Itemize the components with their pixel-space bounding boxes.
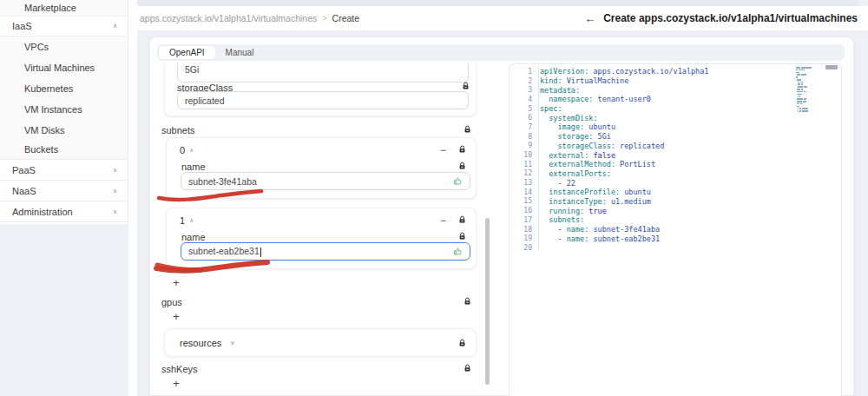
- sidebar-item-kubernetes[interactable]: Kubernetes: [0, 78, 128, 99]
- subnet-item-1-card: 1 ∧ − name subnet-eab2be31: [166, 208, 477, 269]
- minimap-line: [796, 69, 825, 71]
- lock-icon[interactable]: [458, 162, 466, 170]
- subnet-1-name-input[interactable]: subnet-eab2be31: [181, 242, 470, 261]
- item-index: 1: [180, 215, 185, 226]
- form-scroll-area: 5Gi storageClass replicated subnets: [157, 63, 484, 396]
- create-header: ← Create apps.cozystack.io/v1alpha1/virt…: [584, 12, 858, 25]
- system-disk-card: 5Gi storageClass replicated: [164, 63, 477, 116]
- code-line: 11 externalMethod: PortList: [510, 160, 708, 169]
- lock-icon[interactable]: [458, 232, 466, 241]
- form-scrollbar-thumb[interactable]: [485, 218, 490, 385]
- collapse-caret-icon: ∧: [189, 147, 194, 154]
- sidebar-item-label: VM Disks: [24, 125, 64, 135]
- code-line: 7 image: ubuntu: [510, 122, 708, 132]
- sidebar-item-label: Kubernetes: [24, 83, 73, 94]
- expand-caret-icon: ∨: [230, 340, 234, 346]
- chevron-up-icon: ∧: [113, 23, 117, 30]
- subnet-0-name-input[interactable]: subnet-3fe41aba: [181, 172, 470, 190]
- breadcrumb-current: Create: [332, 13, 360, 23]
- code-line: 5spec:: [510, 104, 708, 114]
- minimap-line: [797, 89, 825, 90]
- add-subnet-button[interactable]: +: [173, 277, 180, 289]
- sidebar-item-virtual-machines[interactable]: Virtual Machines: [0, 57, 128, 78]
- breadcrumb: apps.cozystack.io/v1alpha1/virtualmachin…: [140, 13, 359, 23]
- sidebar-item-vm-instances[interactable]: VM Instances: [0, 99, 128, 120]
- sidebar-item-buckets[interactable]: Buckets: [0, 140, 128, 160]
- sidebar-item-vm-disks[interactable]: VM Disks: [0, 120, 128, 140]
- code-line: 10 external: false: [510, 150, 708, 160]
- sidebar-item-label: Marketplace: [24, 3, 76, 13]
- sshkeys-label: sshKeys: [161, 364, 198, 374]
- code-line: 3metadata:: [510, 85, 708, 95]
- sidebar-item-label: VPCs: [24, 42, 49, 52]
- sidebar: Marketplace IaaS ∧ VPCs Virtual Machines…: [0, 0, 128, 224]
- item-index: 0: [180, 145, 185, 155]
- minimap-line: [797, 103, 825, 105]
- gpus-label: gpus: [161, 297, 182, 307]
- page-header: apps.cozystack.io/v1alpha1/virtualmachin…: [137, 6, 868, 30]
- minimap-line: [798, 110, 825, 112]
- minimap-line: [797, 91, 825, 93]
- resources-card[interactable]: resources ∨: [164, 328, 477, 357]
- minimap-line: [798, 108, 825, 109]
- code-line: 20: [510, 243, 708, 253]
- remove-item-button[interactable]: −: [440, 145, 446, 155]
- storage-class-input[interactable]: replicated: [177, 91, 469, 109]
- code-line: 4 namespace: tenant-user0: [510, 95, 708, 104]
- sidebar-item-administration[interactable]: Administration ∨: [0, 201, 128, 222]
- sidebar-item-label: Buckets: [24, 144, 58, 155]
- resources-header[interactable]: resources ∨: [180, 338, 234, 348]
- sidebar-item-label: PaaS: [12, 165, 36, 175]
- thumbs-up-icon[interactable]: [453, 176, 463, 186]
- lock-icon[interactable]: [458, 215, 466, 224]
- sidebar-item-label: NaaS: [12, 186, 36, 196]
- subnet-item-1-header[interactable]: 1 ∧: [180, 215, 194, 226]
- lock-icon[interactable]: [462, 82, 470, 90]
- minimap-line: [797, 74, 825, 76]
- lock-icon[interactable]: [464, 297, 471, 306]
- sidebar-item-vpcs[interactable]: VPCs: [0, 36, 128, 57]
- chevron-down-icon: ∨: [113, 167, 117, 174]
- tab-openapi[interactable]: OpenAPI: [159, 46, 215, 59]
- subnet-item-0-card: 0 ∧ − name subnet-3fe41aba: [166, 137, 477, 199]
- sidebar-item-iaas[interactable]: IaaS ∧: [0, 16, 128, 36]
- sidebar-item-label: VM Instances: [24, 104, 82, 115]
- breadcrumb-separator: >: [322, 14, 326, 23]
- minimap-line: [797, 79, 825, 81]
- sidebar-item-paas[interactable]: PaaS ∨: [0, 160, 128, 181]
- remove-item-button[interactable]: −: [440, 215, 446, 226]
- minimap-line: [798, 82, 825, 83]
- code-lines: 1apiVersion: apps.cozystack.io/v1alpha12…: [510, 67, 708, 253]
- minimap-line: [798, 96, 825, 97]
- minimap-line: [796, 113, 825, 115]
- sidebar-item-label: IaaS: [12, 21, 32, 31]
- add-sshkey-button[interactable]: +: [173, 378, 180, 390]
- lock-icon[interactable]: [458, 145, 466, 154]
- thumbs-up-icon[interactable]: [453, 247, 463, 256]
- tab-manual[interactable]: Manual: [215, 46, 265, 59]
- code-line: 6 systemDisk:: [510, 113, 708, 122]
- breadcrumb-path-link[interactable]: apps.cozystack.io/v1alpha1/virtualmachin…: [140, 13, 317, 23]
- storage-input[interactable]: 5Gi: [177, 63, 469, 82]
- minimap-line: [796, 72, 825, 74]
- back-arrow-icon[interactable]: ←: [584, 12, 595, 25]
- chevron-down-icon: ∨: [113, 208, 117, 215]
- text-cursor: [260, 248, 261, 257]
- subnet-item-0-header[interactable]: 0 ∧: [180, 145, 194, 155]
- minimap-line: [797, 101, 825, 102]
- sidebar-item-label: Administration: [12, 207, 73, 217]
- resources-label: resources: [180, 338, 221, 348]
- lock-icon[interactable]: [464, 125, 471, 134]
- sidebar-item-marketplace[interactable]: Marketplace: [0, 0, 128, 16]
- minimap-slider[interactable]: [825, 65, 838, 69]
- minimap[interactable]: [796, 67, 825, 116]
- storage-class-value: replicated: [185, 96, 225, 106]
- yaml-editor[interactable]: 1apiVersion: apps.cozystack.io/v1alpha12…: [509, 63, 842, 396]
- lock-icon[interactable]: [458, 339, 466, 347]
- add-gpu-button[interactable]: +: [173, 311, 180, 323]
- lock-icon[interactable]: [464, 364, 471, 373]
- sidebar-item-naas[interactable]: NaaS ∨: [0, 181, 128, 201]
- minimap-line: [798, 86, 825, 88]
- minimap-line: [797, 106, 825, 108]
- code-line: 13 - 22: [510, 178, 708, 188]
